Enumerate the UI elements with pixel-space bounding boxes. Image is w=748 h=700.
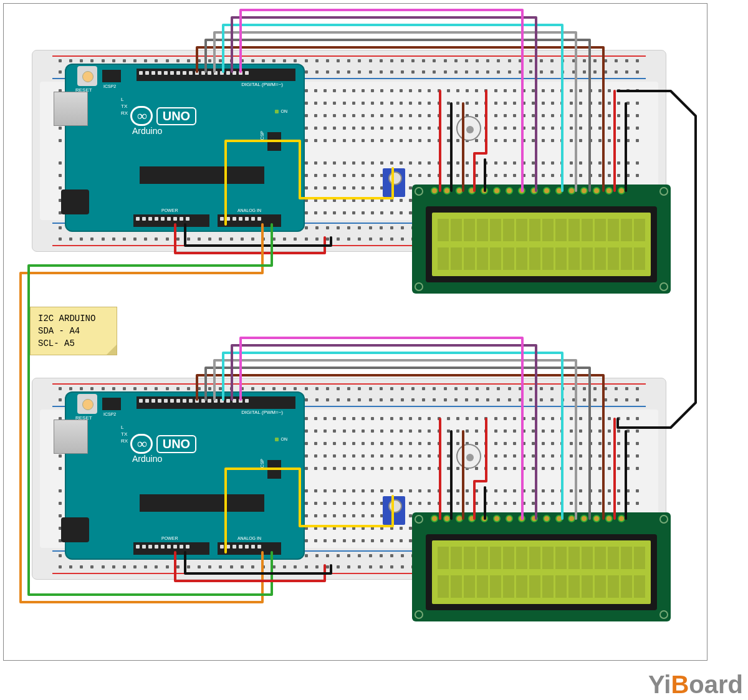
arduino-brand-label: Arduino <box>132 454 162 464</box>
arduino-brand-label: Arduino <box>132 126 162 136</box>
potentiometer-knob-bottom[interactable] <box>456 444 481 469</box>
arduino-board-bottom: RESET ICSP2 ∞UNO Arduino DIGITAL (PWM=~)… <box>65 391 305 560</box>
reset-button[interactable] <box>77 66 97 86</box>
arduino-board-top: RESET ICSP2 ∞UNO Arduino DIGITAL (PWM=~)… <box>65 64 305 232</box>
lcd-pin-row <box>431 515 625 522</box>
icsp-header <box>267 460 281 479</box>
i2c-note: I2C ARDUINO SDA - A4 SCL- A5 <box>30 307 117 355</box>
icsp-header <box>267 132 281 151</box>
on-led-label: ON <box>275 437 288 441</box>
lcd-1602-bottom <box>412 512 671 621</box>
note-line-2: SDA - A4 <box>38 325 109 337</box>
power-header <box>133 542 209 555</box>
diagram-frame: RESET ICSP2 ∞UNO Arduino DIGITAL (PWM=~)… <box>3 3 707 661</box>
digital-header <box>137 396 295 409</box>
analog-section-label: ANALOG IN <box>237 208 261 213</box>
trimpot-top[interactable] <box>383 168 405 197</box>
power-section-label: POWER <box>161 536 178 540</box>
icsp2-label: ICSP2 <box>103 412 116 416</box>
txrx-leds-label: L TX RX <box>121 424 128 444</box>
digital-section-label: DIGITAL (PWM=~) <box>241 82 283 87</box>
usb-port-icon <box>54 420 88 454</box>
note-line-3: SCL- A5 <box>38 337 109 350</box>
reset-label: RESET <box>75 87 92 93</box>
analog-header <box>218 542 281 555</box>
atmega-chip-icon <box>140 494 264 512</box>
icsp-label: ICSP <box>260 131 264 141</box>
watermark: YiBoard <box>648 671 743 699</box>
lcd-screen <box>432 213 651 276</box>
txrx-leds-label: L TX RX <box>121 96 128 117</box>
lcd-1602-top <box>412 185 671 294</box>
potentiometer-knob-top[interactable] <box>456 116 481 141</box>
reset-label: RESET <box>75 415 92 421</box>
note-line-1: I2C ARDUINO <box>38 312 109 325</box>
icsp2-header <box>102 398 121 410</box>
icsp2-header <box>102 70 121 82</box>
power-section-label: POWER <box>161 208 178 213</box>
barrel-jack-icon <box>61 189 89 214</box>
digital-header <box>137 69 295 81</box>
digital-section-label: DIGITAL (PWM=~) <box>241 410 283 415</box>
power-header <box>133 214 209 227</box>
icsp2-label: ICSP2 <box>103 84 116 89</box>
icsp-label: ICSP <box>260 459 264 469</box>
trimpot-bottom[interactable] <box>383 496 405 525</box>
arduino-logo-icon: ∞UNO <box>130 434 196 454</box>
analog-section-label: ANALOG IN <box>237 536 261 540</box>
arduino-logo-icon: ∞UNO <box>130 106 196 126</box>
lcd-pin-row <box>431 187 625 194</box>
reset-button[interactable] <box>77 394 97 414</box>
lcd-screen <box>432 540 651 604</box>
analog-header <box>218 214 281 227</box>
atmega-chip-icon <box>140 166 264 184</box>
on-led-label: ON <box>275 109 288 113</box>
barrel-jack-icon <box>61 517 89 542</box>
usb-port-icon <box>54 92 88 126</box>
